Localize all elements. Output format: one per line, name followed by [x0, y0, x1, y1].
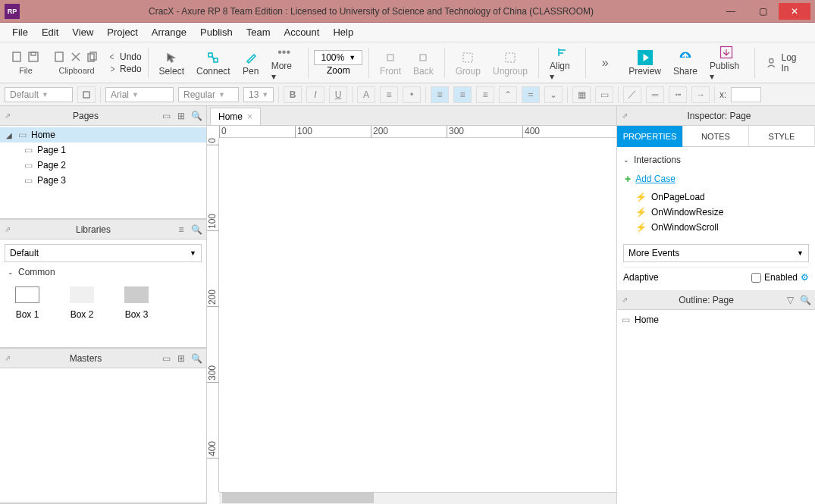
page-1[interactable]: ▭Page 1	[0, 142, 206, 158]
size-dropdown[interactable]: 13▼	[243, 87, 274, 102]
enabled-checkbox[interactable]	[751, 273, 761, 283]
group-button[interactable]: Group	[451, 48, 485, 78]
front-button[interactable]: Front	[375, 48, 406, 78]
canvas-tab-home[interactable]: Home×	[210, 108, 261, 125]
interactions-header[interactable]: ⌄Interactions	[623, 152, 809, 168]
canvas[interactable]: 0 100 200 300 400 0 100 200 300 400	[207, 126, 616, 504]
search-icon[interactable]: 🔍	[191, 224, 202, 235]
preview-button[interactable]: Preview	[624, 48, 666, 78]
event-onwindowresize[interactable]: ⚡OnWindowResize	[623, 205, 809, 220]
search-icon[interactable]: 🔍	[800, 295, 810, 305]
login-button[interactable]: Log In	[761, 51, 809, 75]
outline-home[interactable]: ▭Home	[622, 313, 810, 327]
more-tool[interactable]: •••More ▾	[267, 42, 302, 83]
scrollbar-horizontal[interactable]	[219, 492, 616, 504]
font-dropdown[interactable]: Arial▼	[105, 87, 174, 102]
page-3[interactable]: ▭Page 3	[0, 173, 206, 188]
menu-publish[interactable]: Publish	[194, 23, 239, 41]
tab-style[interactable]: STYLE	[749, 126, 815, 147]
align-center-icon[interactable]: ≡	[453, 86, 472, 103]
align-button[interactable]: Align ▾	[545, 42, 579, 83]
fill-icon[interactable]: ▦	[572, 86, 591, 103]
menu-project[interactable]: Project	[101, 23, 143, 41]
library-dd[interactable]: Default▼	[5, 244, 202, 262]
tab-properties[interactable]: PROPERTIES	[617, 126, 683, 147]
overflow-button[interactable]: »	[592, 53, 618, 73]
bullet-icon[interactable]: •	[403, 86, 421, 103]
search-icon[interactable]: 🔍	[191, 353, 202, 364]
redo-button[interactable]: Redo	[108, 64, 142, 74]
maximize-button[interactable]: ▢	[747, 3, 779, 20]
shape-box3[interactable]: Box 3	[124, 286, 149, 320]
undo-button[interactable]: Undo	[108, 52, 142, 62]
textcolor-icon[interactable]: A	[357, 86, 375, 103]
page-home[interactable]: ◢▭Home	[0, 127, 206, 142]
menu-file[interactable]: File	[6, 23, 34, 41]
cut-icon[interactable]	[70, 51, 83, 64]
minimize-button[interactable]: —	[715, 3, 747, 20]
valign-mid-icon[interactable]: =	[522, 86, 540, 103]
valign-top-icon[interactable]: ⌃	[499, 86, 517, 103]
pin-icon[interactable]: ⇗	[5, 111, 11, 120]
pin-icon[interactable]: ⇗	[5, 354, 11, 362]
add-folder-icon[interactable]: ⊞	[176, 353, 187, 364]
valign-bot-icon[interactable]: ⌄	[544, 86, 563, 103]
save-icon[interactable]	[27, 51, 41, 64]
shape-box1[interactable]: Box 1	[15, 286, 39, 320]
italic-icon[interactable]: I	[306, 86, 324, 103]
linespace-icon[interactable]: ≡	[380, 86, 398, 103]
menu-help[interactable]: Help	[327, 23, 359, 41]
adaptive-settings-icon[interactable]: ⚙	[801, 272, 809, 283]
event-onwindowscroll[interactable]: ⚡OnWindowScroll	[623, 220, 809, 235]
add-master-icon[interactable]: ▭	[161, 353, 171, 364]
menu-view[interactable]: View	[66, 23, 99, 41]
event-onpageload[interactable]: ⚡OnPageLoad	[623, 189, 809, 205]
filter-icon[interactable]: ▽	[785, 295, 795, 305]
pin-icon[interactable]: ⇗	[5, 225, 11, 233]
menu-edit[interactable]: Edit	[36, 23, 64, 41]
line-icon[interactable]: ／	[623, 86, 641, 103]
pin-icon[interactable]: ⇗	[622, 296, 628, 304]
linestyle-icon[interactable]: ┅	[669, 86, 687, 103]
add-case[interactable]: +Add Case	[623, 168, 809, 189]
new-icon[interactable]	[11, 51, 24, 64]
menu-team[interactable]: Team	[240, 23, 277, 41]
align-right-icon[interactable]: ≡	[476, 86, 494, 103]
style-edit-icon[interactable]	[77, 86, 96, 103]
pin-icon[interactable]: ⇗	[622, 111, 628, 120]
lib-section[interactable]: ⌄Common	[0, 264, 206, 280]
align-left-icon[interactable]: ≡	[431, 86, 449, 103]
outline-body: ▭Home	[617, 310, 815, 330]
close-button[interactable]: ✕	[779, 3, 810, 20]
close-tab-icon[interactable]: ×	[247, 111, 252, 122]
underline-icon[interactable]: U	[329, 86, 347, 103]
share-button[interactable]: Share	[669, 48, 702, 78]
lineweight-icon[interactable]: ═	[646, 86, 664, 103]
menu-arrange[interactable]: Arrange	[146, 23, 193, 41]
shape-box2[interactable]: Box 2	[70, 286, 94, 320]
style-dropdown[interactable]: Default▼	[5, 87, 73, 102]
connect-tool[interactable]: Connect	[192, 48, 235, 78]
select-tool[interactable]: Select	[155, 48, 189, 78]
menu-account[interactable]: Account	[277, 23, 325, 41]
border-icon[interactable]: ▭	[595, 86, 613, 103]
ungroup-button[interactable]: Ungroup	[488, 48, 532, 78]
bold-icon[interactable]: B	[284, 86, 302, 103]
tab-notes[interactable]: NOTES	[683, 126, 749, 147]
search-icon[interactable]: 🔍	[191, 111, 202, 121]
add-page-icon[interactable]: ▭	[161, 111, 171, 121]
x-input[interactable]	[731, 87, 761, 102]
paste-icon[interactable]	[53, 51, 67, 64]
zoom-dropdown[interactable]: 100%▼	[314, 50, 362, 65]
menu-icon[interactable]: ≡	[176, 224, 187, 235]
back-button[interactable]: Back	[409, 48, 438, 78]
weight-dropdown[interactable]: Regular▼	[178, 87, 239, 102]
add-folder-icon[interactable]: ⊞	[176, 111, 187, 121]
pen-tool[interactable]: Pen	[238, 48, 264, 78]
publish-button[interactable]: Publish ▾	[705, 42, 748, 83]
arrow-icon[interactable]: →	[691, 86, 710, 103]
more-events-dd[interactable]: More Events▼	[623, 244, 809, 262]
masters-panel: ⇗ Masters ▭ ⊞ 🔍	[0, 349, 206, 504]
page-2[interactable]: ▭Page 2	[0, 158, 206, 173]
copy-icon[interactable]	[86, 51, 100, 64]
